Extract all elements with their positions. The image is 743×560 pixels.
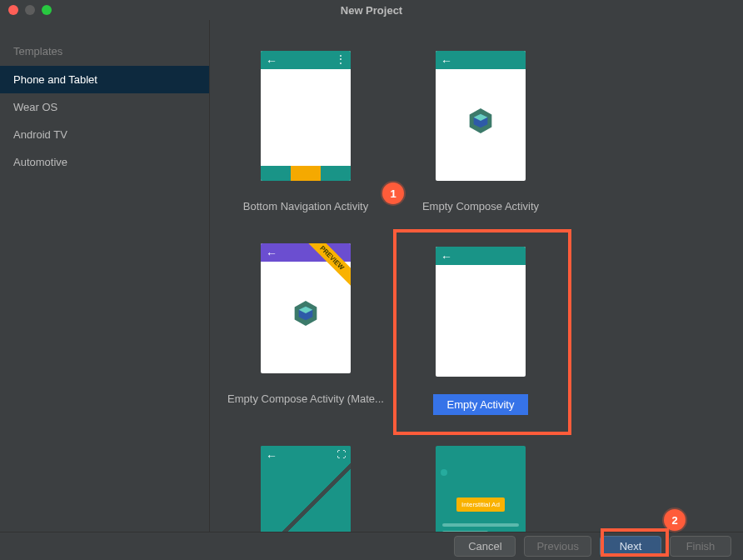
template-grid: ←⋮ Bottom Navigation Activity ← <box>218 37 735 532</box>
template-thumbnail: Interstitial Ad <box>436 446 526 532</box>
template-admob[interactable]: Interstitial Ad Google AdMob Ads Activit… <box>393 432 568 532</box>
sidebar: Templates Phone and Tablet Wear OS Andro… <box>0 20 210 532</box>
annotation-callout-1: 1 <box>382 182 404 204</box>
template-thumbnail: ← <box>436 247 526 377</box>
back-arrow-icon: ← <box>266 54 277 68</box>
titlebar: New Project <box>0 0 743 20</box>
annotation-callout-2: 2 <box>664 509 686 531</box>
sidebar-item-label: Automotive <box>13 156 67 168</box>
cancel-button[interactable]: Cancel <box>454 536 516 557</box>
back-arrow-icon: ← <box>266 247 277 260</box>
back-arrow-icon: ← <box>441 250 452 263</box>
fullscreen-icon: ⛶ <box>337 449 346 459</box>
sidebar-item-android-tv[interactable]: Android TV <box>0 121 209 148</box>
sidebar-item-label: Phone and Tablet <box>13 73 97 86</box>
previous-button[interactable]: Previous <box>524 536 591 557</box>
compose-logo-icon <box>464 104 497 138</box>
next-button[interactable]: Next <box>600 536 661 557</box>
template-grid-container: ←⋮ Bottom Navigation Activity ← <box>210 20 743 532</box>
button-label: Next <box>620 540 642 552</box>
finish-button[interactable]: Finish <box>670 536 731 557</box>
back-arrow-icon: ← <box>266 449 277 462</box>
window-title: New Project <box>0 4 743 17</box>
sidebar-item-automotive[interactable]: Automotive <box>0 148 209 176</box>
more-icon: ⋮ <box>336 54 346 64</box>
sidebar-item-phone-tablet[interactable]: Phone and Tablet <box>0 66 209 93</box>
footer: Cancel Previous Next Finish <box>0 532 743 560</box>
template-fullscreen[interactable]: ← ⛶ ●●● Fullscreen Activity <box>218 432 393 532</box>
template-label: Empty Compose Activity <box>393 200 568 212</box>
compose-logo-icon <box>289 297 322 330</box>
button-label: Cancel <box>468 540 501 552</box>
sidebar-heading: Templates <box>0 37 209 66</box>
template-compose-material[interactable]: ← PREVIEW Empty Compose Activity (Mate..… <box>218 229 393 432</box>
template-empty-activity[interactable]: ← Empty Activity <box>393 229 568 432</box>
sidebar-item-label: Android TV <box>13 128 67 141</box>
button-label: Previous <box>536 540 579 552</box>
sidebar-item-label: Wear OS <box>13 101 57 113</box>
main-content: Templates Phone and Tablet Wear OS Andro… <box>0 20 743 532</box>
template-thumbnail: ← <box>436 51 526 181</box>
back-arrow-icon: ← <box>441 54 452 68</box>
template-empty-compose[interactable]: ← Empty Compose Activity <box>393 37 568 229</box>
ad-button: Interstitial Ad <box>456 498 505 512</box>
template-thumbnail: ← PREVIEW <box>261 243 351 373</box>
button-label: Finish <box>686 540 716 552</box>
template-label: Empty Activity <box>433 394 528 415</box>
template-thumbnail: ←⋮ <box>261 51 351 181</box>
template-thumbnail: ← ⛶ ●●● <box>261 446 351 532</box>
template-label: Bottom Navigation Activity <box>218 200 393 212</box>
template-bottom-nav[interactable]: ←⋮ Bottom Navigation Activity <box>218 37 393 229</box>
template-label: Empty Compose Activity (Mate... <box>218 392 393 405</box>
sidebar-item-wear-os[interactable]: Wear OS <box>0 93 209 121</box>
